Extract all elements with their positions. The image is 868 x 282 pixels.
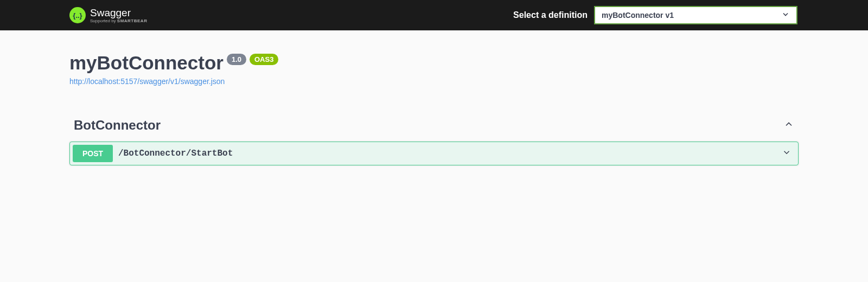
tag-header[interactable]: BotConnector — [69, 118, 799, 138]
chevron-up-icon — [783, 119, 794, 132]
http-method-badge: POST — [73, 145, 113, 162]
topbar: {..} Swagger Supported by SMARTBEAR Sele… — [0, 0, 868, 30]
chevron-down-icon — [782, 148, 792, 159]
oas-badge: OAS3 — [250, 54, 278, 65]
spec-url-link[interactable]: http://localhost:5157/swagger/v1/swagger… — [69, 77, 225, 86]
definition-select-area: Select a definition myBotConnector v1 — [513, 6, 797, 24]
tag-name: BotConnector — [74, 118, 161, 133]
swagger-logo-text-group: Swagger Supported by SMARTBEAR — [90, 8, 147, 23]
tag-section: BotConnector POST /BotConnector/StartBot — [69, 118, 799, 165]
main-content: myBotConnector 1.0 OAS3 http://localhost… — [0, 30, 868, 165]
operation-block: POST /BotConnector/StartBot — [69, 142, 799, 165]
swagger-logo[interactable]: {..} Swagger Supported by SMARTBEAR — [69, 7, 147, 23]
operation-summary[interactable]: POST /BotConnector/StartBot — [70, 142, 798, 165]
swagger-logo-text: Swagger — [90, 8, 147, 18]
definition-select[interactable]: myBotConnector v1 — [594, 6, 797, 24]
api-title-row: myBotConnector 1.0 OAS3 — [69, 52, 799, 74]
definition-selected-value: myBotConnector v1 — [602, 11, 674, 20]
operation-path: /BotConnector/StartBot — [118, 149, 233, 158]
swagger-logo-icon: {..} — [69, 7, 86, 23]
supported-by-text: Supported by SMARTBEAR — [90, 19, 147, 23]
chevron-down-icon — [781, 10, 790, 21]
supported-brand: SMARTBEAR — [117, 18, 148, 23]
supported-prefix: Supported by — [90, 18, 117, 23]
api-title: myBotConnector — [69, 52, 224, 74]
version-badge: 1.0 — [227, 54, 246, 65]
definition-select-label: Select a definition — [513, 10, 588, 20]
